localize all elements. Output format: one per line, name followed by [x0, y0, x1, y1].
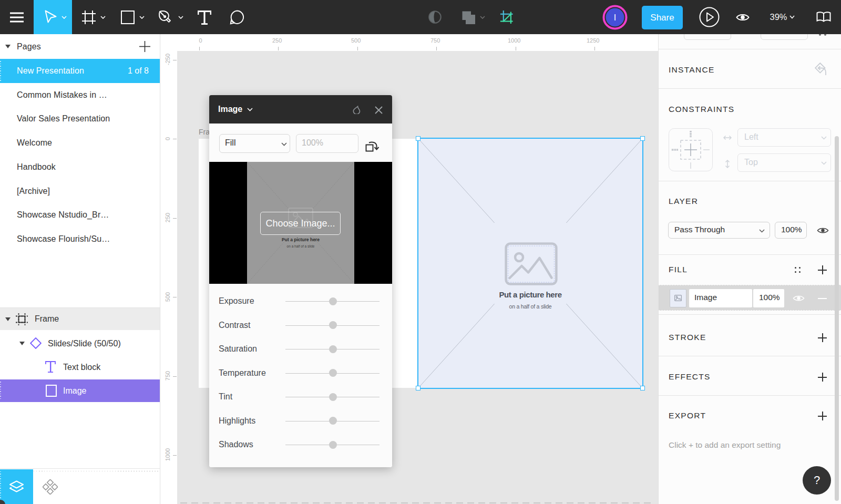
svg-text:I: I	[614, 13, 616, 22]
svg-text:on a half of a slide: on a half of a slide	[287, 244, 315, 248]
svg-text:Put a picture here: Put a picture here	[282, 237, 320, 242]
